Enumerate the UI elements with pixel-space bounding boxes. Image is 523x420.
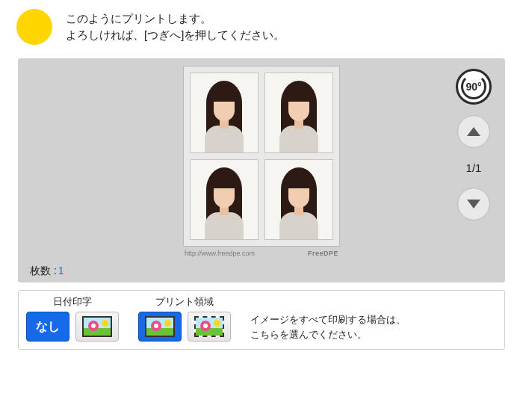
rotate-arc-icon bbox=[461, 74, 486, 99]
next-button[interactable] bbox=[457, 188, 490, 220]
date-on-button[interactable] bbox=[75, 312, 119, 342]
chevron-down-icon bbox=[467, 200, 480, 209]
person-icon bbox=[200, 78, 248, 152]
photo-slot bbox=[190, 72, 259, 153]
print-area-title: プリント領域 bbox=[138, 295, 231, 309]
header: このようにプリントします。 よろしければ、[つぎへ]を押してください。 bbox=[0, 0, 523, 58]
print-area-description: イメージをすべて印刷する場合は、 こちらを選んでください。 bbox=[250, 312, 406, 342]
print-area-group: プリント領域 bbox=[138, 295, 231, 342]
footer-url: http://www.freedpe.com bbox=[185, 250, 255, 257]
person-icon bbox=[275, 164, 323, 239]
preview-center: http://www.freedpe.com FreeDPE bbox=[183, 66, 340, 257]
date-print-title: 日付印字 bbox=[26, 295, 119, 309]
header-message: このようにプリントします。 よろしければ、[つぎへ]を押してください。 bbox=[66, 10, 285, 44]
page-counter: 1/1 bbox=[466, 158, 482, 177]
photo-slot bbox=[190, 159, 259, 240]
preview-panel: http://www.freedpe.com FreeDPE 90° 1/1 枚… bbox=[18, 58, 505, 282]
copies-label: 枚数 : bbox=[30, 265, 57, 277]
chevron-up-icon bbox=[467, 127, 480, 136]
photo-sheet bbox=[183, 66, 340, 247]
accent-dot-icon bbox=[16, 9, 52, 45]
thumb-icon bbox=[145, 316, 175, 337]
person-icon bbox=[200, 164, 248, 239]
copies-row: 枚数 :1 bbox=[30, 265, 64, 278]
options-row: 日付印字 なし プリント領域 bbox=[18, 290, 505, 350]
person-icon bbox=[275, 78, 323, 152]
header-line-2: よろしければ、[つぎへ]を押してください。 bbox=[66, 27, 285, 44]
thumb-crop-icon bbox=[194, 316, 224, 337]
date-print-group: 日付印字 なし bbox=[26, 295, 119, 342]
print-area-full-button[interactable] bbox=[188, 312, 231, 342]
date-none-label: なし bbox=[36, 319, 60, 335]
thumb-icon bbox=[82, 316, 112, 337]
rotate-button[interactable]: 90° bbox=[456, 69, 492, 105]
date-none-button[interactable]: なし bbox=[26, 312, 69, 342]
desc-line-1: イメージをすべて印刷する場合は、 bbox=[250, 312, 406, 327]
copies-value: 1 bbox=[58, 265, 64, 277]
photo-slot bbox=[264, 72, 333, 153]
footer-brand: FreeDPE bbox=[308, 250, 338, 257]
header-line-1: このようにプリントします。 bbox=[66, 10, 285, 28]
print-area-fit-button[interactable] bbox=[138, 312, 182, 342]
desc-line-2: こちらを選んでください。 bbox=[250, 327, 406, 342]
photo-slot bbox=[264, 159, 333, 240]
side-controls: 90° 1/1 bbox=[454, 69, 493, 220]
prev-button[interactable] bbox=[457, 115, 490, 148]
sheet-footer: http://www.freedpe.com FreeDPE bbox=[183, 250, 340, 257]
